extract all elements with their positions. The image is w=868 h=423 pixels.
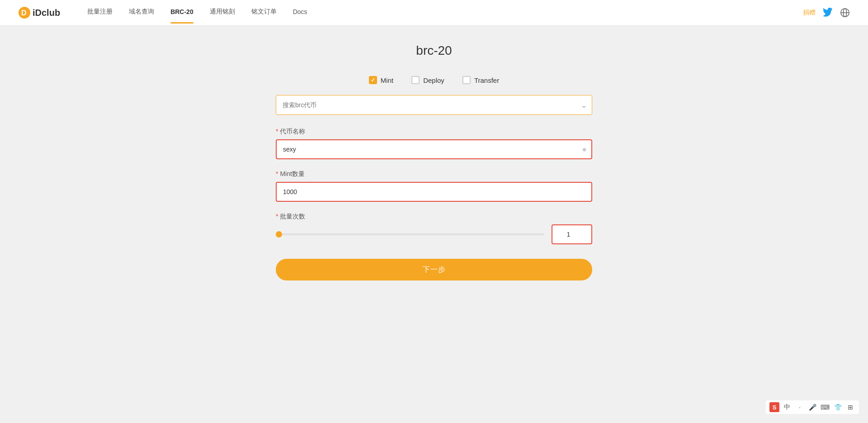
nav-item-docs[interactable]: Docs [293, 8, 307, 17]
toolbar-keyboard-icon[interactable]: ⌨ [820, 402, 830, 412]
toolbar-dot-icon[interactable]: · [795, 402, 805, 412]
field-amount-wrapper [276, 182, 592, 202]
clear-icon[interactable]: ● [582, 145, 587, 154]
deploy-label: Deploy [423, 76, 444, 84]
radio-group: Mint Deploy Transfer [276, 76, 592, 84]
bottom-toolbar: S 中 · 🎤 ⌨ 👕 ⊞ [766, 400, 859, 414]
search-wrapper: ⌄ [276, 95, 592, 115]
toolbar-grid-icon[interactable]: ⊞ [845, 402, 855, 412]
logo-icon: D [18, 6, 31, 19]
transfer-label: Transfer [474, 76, 499, 84]
header: D iDclub 批量注册 域名查询 BRC-20 通用铭刻 铭文订单 Docs… [0, 0, 868, 25]
toolbar-chinese-icon[interactable]: 中 [782, 402, 792, 412]
svg-text:D: D [21, 9, 27, 17]
toolbar-s-icon[interactable]: S [769, 402, 779, 412]
search-input[interactable] [276, 95, 592, 115]
radio-deploy[interactable]: Deploy [411, 76, 444, 84]
slider-track[interactable] [276, 233, 544, 235]
token-name-input[interactable] [276, 139, 592, 159]
field-name-wrapper: ● [276, 139, 592, 159]
nav-item-brc20[interactable]: BRC-20 [170, 8, 193, 17]
form-container: Mint Deploy Transfer ⌄ *代币名称 ● [276, 76, 592, 280]
field-group-batch: *批量次数 [276, 213, 592, 244]
field-name-label: *代币名称 [276, 128, 592, 136]
radio-mint[interactable]: Mint [369, 76, 393, 84]
nav-item-universal-inscribe[interactable]: 通用铭刻 [210, 8, 235, 18]
page-title: brc-20 [416, 43, 452, 58]
next-button[interactable]: 下一步 [276, 259, 592, 280]
twitter-icon[interactable] [823, 8, 833, 18]
nav-item-domain-query[interactable]: 域名查询 [129, 8, 154, 18]
toolbar-mic-icon[interactable]: 🎤 [807, 402, 817, 412]
required-star-3: * [276, 213, 278, 220]
required-star-2: * [276, 170, 278, 177]
field-batch-label: *批量次数 [276, 213, 592, 221]
main-content: brc-20 Mint Deploy Transfer ⌄ *代币 [0, 25, 868, 308]
logo-text: iDclub [33, 8, 60, 18]
nav-item-inscription-orders[interactable]: 铭文订单 [251, 8, 277, 18]
header-right: 捐赠 [803, 8, 850, 18]
transfer-checkbox[interactable] [462, 76, 471, 84]
toolbar-shirt-icon[interactable]: 👕 [833, 402, 843, 412]
slider-thumb[interactable] [276, 231, 282, 238]
field-group-amount: *Mint数量 [276, 170, 592, 202]
radio-transfer[interactable]: Transfer [462, 76, 499, 84]
mint-checkbox[interactable] [369, 76, 377, 84]
required-star: * [276, 128, 278, 135]
field-group-name: *代币名称 ● [276, 128, 592, 159]
donate-button[interactable]: 捐赠 [803, 9, 816, 17]
deploy-checkbox[interactable] [411, 76, 420, 84]
field-amount-label: *Mint数量 [276, 170, 592, 178]
main-nav: 批量注册 域名查询 BRC-20 通用铭刻 铭文订单 Docs [87, 8, 803, 18]
globe-icon[interactable] [840, 8, 850, 18]
mint-amount-input[interactable] [276, 182, 592, 202]
logo[interactable]: D iDclub [18, 6, 60, 19]
batch-count-input[interactable] [552, 224, 592, 244]
nav-item-batch-register[interactable]: 批量注册 [87, 8, 113, 18]
slider-wrapper [276, 224, 592, 244]
mint-label: Mint [381, 76, 393, 84]
